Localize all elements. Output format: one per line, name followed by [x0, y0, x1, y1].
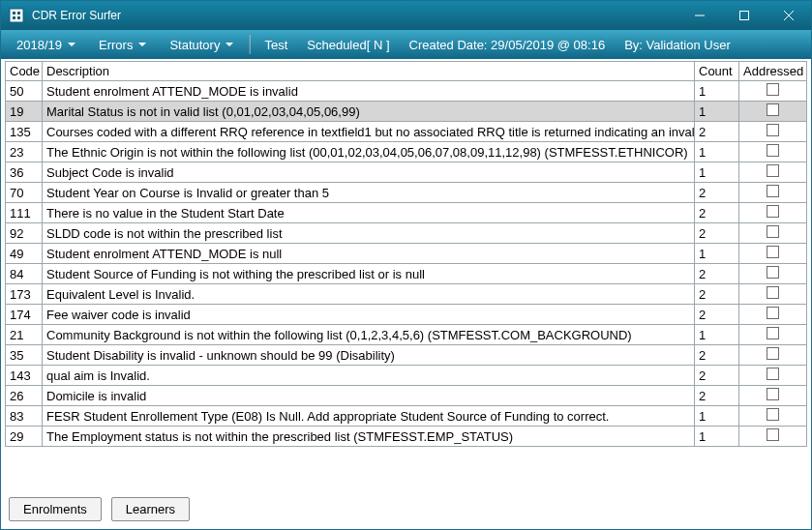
table-row[interactable]: 92SLDD code is not within the prescribed… [6, 223, 807, 244]
addressed-checkbox[interactable] [767, 83, 779, 96]
col-description[interactable]: Description [43, 62, 695, 81]
cell-code: 21 [6, 325, 43, 345]
addressed-checkbox[interactable] [767, 408, 779, 421]
cell-addressed[interactable] [739, 122, 807, 142]
error-table[interactable]: Code Description Count Addressed 50Stude… [5, 61, 807, 447]
cell-addressed[interactable] [739, 345, 807, 366]
cell-count: 1 [695, 102, 739, 122]
addressed-checkbox[interactable] [767, 144, 779, 157]
table-row[interactable]: 83FESR Student Enrollement Type (E08) Is… [6, 406, 807, 427]
cell-addressed[interactable] [739, 366, 807, 386]
table-row[interactable]: 29The Employment status is not within th… [6, 427, 807, 447]
cell-addressed[interactable] [739, 325, 807, 345]
addressed-checkbox[interactable] [767, 225, 779, 238]
addressed-checkbox[interactable] [767, 266, 779, 279]
table-row[interactable]: 174Fee waiver code is invalid2 [6, 305, 807, 325]
cell-addressed[interactable] [739, 406, 807, 427]
table-row[interactable]: 143qual aim is Invalid.2 [6, 366, 807, 386]
cell-code: 83 [6, 406, 43, 427]
addressed-checkbox[interactable] [767, 205, 779, 218]
table-row[interactable]: 50Student enrolment ATTEND_MODE is inval… [6, 81, 807, 102]
table-row[interactable]: 21Community Background is not within the… [6, 325, 807, 345]
table-row[interactable]: 23The Ethnic Origin is not within the fo… [6, 142, 807, 162]
col-count[interactable]: Count [695, 62, 739, 81]
col-code[interactable]: Code [6, 62, 43, 81]
cell-addressed[interactable] [739, 264, 807, 284]
cell-addressed[interactable] [739, 386, 807, 406]
cell-count: 2 [695, 305, 739, 325]
errors-label: Errors [99, 38, 133, 52]
addressed-checkbox[interactable] [767, 428, 779, 441]
cell-addressed[interactable] [739, 223, 807, 244]
window-title: CDR Error Surfer [32, 9, 677, 22]
cell-count: 2 [695, 203, 739, 223]
col-addressed[interactable]: Addressed [739, 62, 807, 81]
statutory-dropdown[interactable]: Statutory [160, 34, 243, 56]
addressed-checkbox[interactable] [767, 347, 779, 360]
errors-dropdown[interactable]: Errors [89, 34, 156, 56]
table-row[interactable]: 19Marital Status is not in valid list (0… [6, 102, 807, 122]
cell-addressed[interactable] [739, 305, 807, 325]
cell-code: 23 [6, 142, 43, 162]
cell-code: 19 [6, 102, 43, 122]
table-row[interactable]: 35Student Disability is invalid - unknow… [6, 345, 807, 366]
cell-count: 2 [695, 366, 739, 386]
cell-code: 49 [6, 244, 43, 264]
table-row[interactable]: 173Equivalent Level is Invalid.2 [6, 284, 807, 305]
addressed-checkbox[interactable] [767, 246, 779, 258]
cell-addressed[interactable] [739, 102, 807, 122]
cell-addressed[interactable] [739, 427, 807, 447]
cell-description: Student Year on Course is Invalid or gre… [43, 183, 695, 203]
cell-count: 1 [695, 81, 739, 102]
addressed-checkbox[interactable] [767, 388, 779, 400]
minimize-button[interactable] [677, 1, 722, 30]
cell-count: 2 [695, 122, 739, 142]
table-row[interactable]: 26Domicile is invalid2 [6, 386, 807, 406]
error-table-container: Code Description Count Addressed 50Stude… [1, 59, 811, 489]
addressed-checkbox[interactable] [767, 103, 779, 116]
scheduled-label: Scheduled[ N ] [299, 34, 397, 56]
addressed-checkbox[interactable] [767, 164, 779, 177]
table-row[interactable]: 49Student enrolment ATTEND_MODE is null1 [6, 244, 807, 264]
cell-addressed[interactable] [739, 142, 807, 162]
titlebar[interactable]: CDR Error Surfer [1, 1, 811, 30]
learners-button[interactable]: Learners [111, 497, 190, 521]
addressed-checkbox[interactable] [767, 307, 779, 319]
table-row[interactable]: 111There is no value in the Student Star… [6, 203, 807, 223]
addressed-checkbox[interactable] [767, 368, 779, 380]
cell-addressed[interactable] [739, 162, 807, 183]
year-label: 2018/19 [16, 38, 62, 52]
cell-count: 1 [695, 325, 739, 345]
cell-description: Equivalent Level is Invalid. [43, 284, 695, 305]
enrolments-button[interactable]: Enrolments [9, 497, 102, 521]
test-label[interactable]: Test [256, 34, 295, 56]
table-row[interactable]: 84Student Source of Funding is not withi… [6, 264, 807, 284]
created-by: By: Validation User [617, 34, 738, 56]
maximize-button[interactable] [722, 1, 767, 30]
table-header-row[interactable]: Code Description Count Addressed [6, 62, 807, 81]
cell-addressed[interactable] [739, 203, 807, 223]
table-row[interactable]: 135Courses coded with a different RRQ re… [6, 122, 807, 142]
cell-count: 1 [695, 244, 739, 264]
cell-count: 1 [695, 142, 739, 162]
cell-addressed[interactable] [739, 183, 807, 203]
addressed-checkbox[interactable] [767, 286, 779, 299]
close-button[interactable] [767, 1, 811, 30]
cell-code: 50 [6, 81, 43, 102]
created-date: Created Date: 29/05/2019 @ 08:16 [402, 34, 614, 56]
addressed-checkbox[interactable] [767, 124, 779, 136]
cell-count: 2 [695, 264, 739, 284]
cell-count: 2 [695, 386, 739, 406]
cell-addressed[interactable] [739, 244, 807, 264]
cell-description: Community Background is not within the f… [43, 325, 695, 345]
cell-description: FESR Student Enrollement Type (E08) Is N… [43, 406, 695, 427]
cell-addressed[interactable] [739, 81, 807, 102]
cell-count: 2 [695, 345, 739, 366]
year-dropdown[interactable]: 2018/19 [7, 34, 85, 56]
cell-addressed[interactable] [739, 284, 807, 305]
addressed-checkbox[interactable] [767, 185, 779, 197]
table-row[interactable]: 70Student Year on Course is Invalid or g… [6, 183, 807, 203]
cell-count: 1 [695, 406, 739, 427]
addressed-checkbox[interactable] [767, 327, 779, 339]
table-row[interactable]: 36Subject Code is invalid1 [6, 162, 807, 183]
